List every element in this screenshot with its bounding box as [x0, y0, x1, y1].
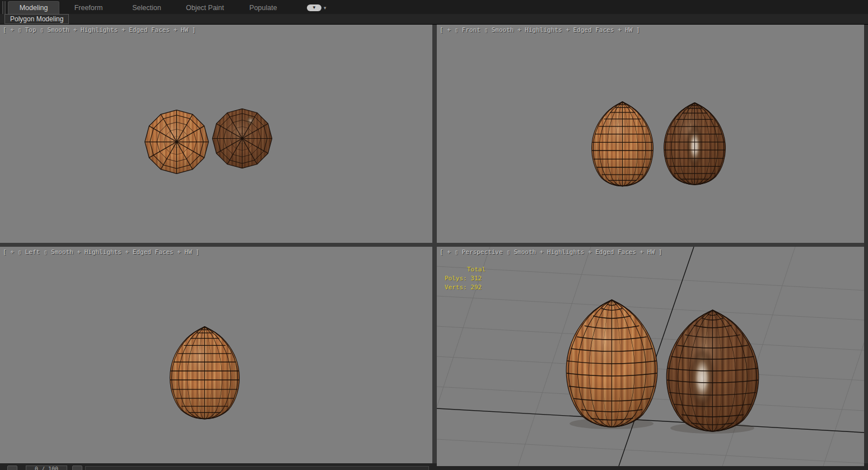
viewport-left[interactable]: [ + ▯ Left ▯ Smooth + Highlights + Edged… — [0, 247, 432, 463]
hazelnut-dark-front-view[interactable] — [660, 97, 730, 191]
right-edge-strip — [864, 25, 868, 466]
tab-object-paint[interactable]: Object Paint — [176, 2, 234, 14]
hazelnut-light-top-view[interactable] — [142, 107, 212, 177]
hazelnut-light-front-view[interactable] — [587, 96, 657, 192]
stats-total-label: Total — [467, 266, 486, 273]
viewport-left-label[interactable]: [ + ▯ Left ▯ Smooth + Highlights + Edged… — [3, 248, 199, 256]
viewport-splitter-horizontal[interactable] — [0, 243, 864, 247]
ribbon-panel-row: Polygon Modeling — [0, 14, 868, 24]
viewport-top[interactable]: [ + ▯ Top ▯ Smooth + Highlights + Edged … — [0, 25, 432, 243]
chevron-down-icon[interactable]: ▾ — [324, 5, 326, 11]
viewport-perspective-label[interactable]: [ + ▯ Perspective ▯ Smooth + Highlights … — [440, 248, 662, 256]
wireframe — [212, 109, 272, 168]
ribbon-tabs: Modeling Freeform Selection Object Paint… — [8, 0, 326, 14]
viewport-perspective[interactable]: [ + ▯ Perspective ▯ Smooth + Highlights … — [437, 247, 864, 466]
tab-freeform[interactable]: Freeform — [59, 2, 118, 14]
timeline-next-key-button[interactable] — [72, 466, 82, 470]
tab-modeling[interactable]: Modeling — [8, 1, 59, 14]
nut-scar-spot — [689, 345, 716, 411]
timeline-frame-display: 0 / 100 — [26, 466, 67, 470]
hazelnut-dark-top-view[interactable] — [209, 106, 275, 171]
hazelnut-left-view[interactable] — [165, 321, 244, 426]
hazelnut-dark-perspective-view[interactable] — [660, 302, 765, 440]
hazelnut-light-perspective-view[interactable] — [560, 292, 664, 436]
tab-populate[interactable]: Populate — [234, 2, 292, 14]
panel-tab-polygon-modeling[interactable]: Polygon Modeling — [4, 14, 69, 24]
ribbon: Modeling Freeform Selection Object Paint… — [0, 0, 868, 25]
wireframe — [145, 110, 209, 174]
stats-verts: Verts: 292 — [445, 284, 482, 291]
stats-polys: Polys: 312 — [445, 275, 482, 282]
timeline-track[interactable] — [85, 466, 429, 470]
minimize-ribbon-icon: ▼ — [307, 4, 321, 11]
viewport-front[interactable]: [ + ▯ Front ▯ Smooth + Highlights + Edge… — [437, 25, 864, 243]
timeline-prev-key-button[interactable] — [7, 466, 17, 470]
minimize-ribbon-button[interactable]: ▼ ▾ — [307, 2, 326, 14]
viewport-front-label[interactable]: [ + ▯ Front ▯ Smooth + Highlights + Edge… — [440, 26, 640, 34]
tab-selection[interactable]: Selection — [118, 2, 176, 14]
viewport-top-label[interactable]: [ + ▯ Top ▯ Smooth + Highlights + Edged … — [3, 26, 195, 34]
